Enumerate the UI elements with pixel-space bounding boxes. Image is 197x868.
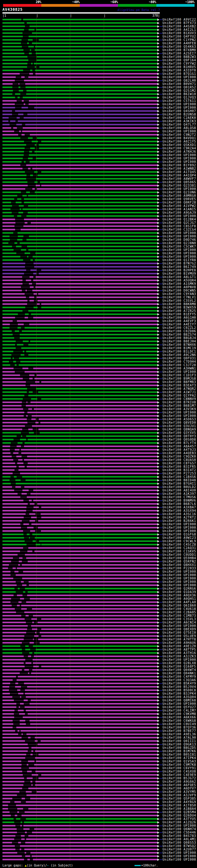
- alignment-row[interactable]: UniRef100_B9NMV6: [0, 499, 197, 502]
- hit-label[interactable]: UniRef100_B7Q1G1: [163, 72, 197, 75]
- alignment-bar-segment[interactable]: [2, 290, 22, 291]
- alignment-bar-segment[interactable]: [2, 300, 27, 302]
- alignment-row[interactable]: UniRef100_Q8NQA9: [0, 428, 197, 431]
- hit-label[interactable]: UniRef100_Q75EI0: [163, 631, 197, 634]
- alignment-row[interactable]: UniRef100_UPI000..: [0, 858, 197, 861]
- alignment-row[interactable]: UniRef100_Q2B5M4: [0, 810, 197, 814]
- hit-label[interactable]: UniRef100_C0ZZL2: [163, 326, 197, 330]
- alignment-bar-segment[interactable]: [30, 703, 157, 705]
- alignment-bar-segment[interactable]: [40, 432, 157, 434]
- alignment-bar-segment[interactable]: [2, 713, 14, 715]
- alignment-bar-segment[interactable]: [27, 215, 157, 217]
- alignment-row[interactable]: UniRef100_B7N7G2: [0, 262, 197, 265]
- alignment-bar-segment[interactable]: [12, 567, 15, 569]
- hit-label[interactable]: UniRef100_A2TRT2: [163, 516, 197, 519]
- alignment-bar-segment[interactable]: [2, 530, 23, 532]
- alignment-bar-segment[interactable]: [2, 655, 24, 657]
- alignment-bar-segment[interactable]: [2, 605, 12, 606]
- alignment-bar-segment[interactable]: [30, 161, 157, 162]
- alignment-bar-segment[interactable]: [2, 642, 22, 644]
- alignment-bar-segment[interactable]: [32, 425, 157, 427]
- alignment-bar-segment[interactable]: [2, 618, 25, 620]
- alignment-bar-segment[interactable]: [2, 527, 21, 528]
- alignment-bar-segment[interactable]: [36, 178, 157, 180]
- alignment-bar-segment[interactable]: [2, 523, 20, 525]
- alignment-row[interactable]: UniRef100_Q5RFN2: [0, 560, 197, 563]
- alignment-bar-segment[interactable]: [2, 740, 25, 742]
- hit-label[interactable]: UniRef100_B1M7K6: [163, 749, 197, 753]
- alignment-bar-segment[interactable]: [24, 848, 157, 850]
- alignment-bar-segment[interactable]: [38, 777, 157, 779]
- alignment-bar-segment[interactable]: [32, 832, 157, 833]
- alignment-bar-segment[interactable]: [2, 293, 25, 295]
- alignment-bar-segment[interactable]: [2, 124, 9, 125]
- alignment-bar-segment[interactable]: [25, 313, 29, 315]
- alignment-bar-segment[interactable]: [27, 114, 157, 115]
- alignment-bar-segment[interactable]: [30, 270, 37, 271]
- alignment-bar-segment[interactable]: [17, 567, 157, 569]
- alignment-bar-segment[interactable]: [26, 818, 157, 820]
- alignment-bar-segment[interactable]: [2, 571, 10, 572]
- alignment-bar-segment[interactable]: [14, 242, 17, 244]
- alignment-bar-segment[interactable]: [29, 513, 35, 515]
- alignment-bar-segment[interactable]: [37, 297, 157, 298]
- alignment-row[interactable]: UniRef100_Q5P385: [0, 797, 197, 800]
- hit-label[interactable]: UniRef100_A8LQS8: [163, 126, 197, 130]
- alignment-bar-segment[interactable]: [2, 818, 13, 820]
- hit-label[interactable]: UniRef100_A4QEB3: [163, 452, 197, 455]
- hit-label[interactable]: UniRef100_B8FMR3: [163, 380, 197, 384]
- alignment-row[interactable]: UniRef100_C4U618: [0, 607, 197, 611]
- hit-label[interactable]: UniRef100_A9MRG0: [163, 194, 197, 197]
- hit-label[interactable]: UniRef100_A0Z1Y5: [163, 140, 197, 143]
- hit-label[interactable]: UniRef100_Q8EXD9: [163, 627, 197, 631]
- alignment-bar-segment[interactable]: [23, 341, 29, 342]
- alignment-bar-segment[interactable]: [27, 734, 157, 735]
- alignment-bar-segment[interactable]: [2, 452, 10, 454]
- alignment-row[interactable]: UniRef100_B4S783: [0, 834, 197, 838]
- hit-label[interactable]: UniRef100_B3JPK4: [163, 692, 197, 695]
- alignment-bar-segment[interactable]: [36, 388, 157, 390]
- alignment-bar-segment[interactable]: [2, 662, 24, 664]
- alignment-row[interactable]: UniRef100_UPI000..: [0, 573, 197, 577]
- hit-label[interactable]: UniRef100_UPI000..: [163, 248, 197, 252]
- alignment-bar-segment[interactable]: [25, 327, 157, 329]
- alignment-bar-segment[interactable]: [18, 459, 23, 461]
- alignment-bar-segment[interactable]: [2, 209, 10, 210]
- hit-label[interactable]: UniRef100_A3JZK3: [163, 655, 197, 658]
- alignment-bar-segment[interactable]: [29, 236, 157, 237]
- alignment-bar-segment[interactable]: [2, 42, 21, 44]
- alignment-row[interactable]: UniRef100_A9GAJ9: [0, 211, 197, 214]
- alignment-bar-segment[interactable]: [2, 273, 24, 274]
- hit-label[interactable]: UniRef100_A3V3K9: [163, 407, 197, 411]
- alignment-bar-segment[interactable]: [18, 442, 23, 444]
- alignment-bar-segment[interactable]: [2, 598, 11, 599]
- alignment-bar-segment[interactable]: [25, 706, 157, 708]
- alignment-bar-segment[interactable]: [38, 175, 157, 176]
- alignment-bar-segment[interactable]: [2, 100, 17, 102]
- alignment-bar-segment[interactable]: [27, 246, 157, 247]
- alignment-bar-segment[interactable]: [2, 601, 10, 603]
- hit-label[interactable]: UniRef100_B9MJG8: [163, 377, 197, 380]
- alignment-bar-segment[interactable]: [39, 540, 157, 542]
- alignment-bar-segment[interactable]: [2, 673, 20, 674]
- alignment-row[interactable]: UniRef100_C4E9E9: [0, 773, 197, 777]
- alignment-bar-segment[interactable]: [35, 757, 157, 759]
- alignment-bar-segment[interactable]: [37, 503, 157, 505]
- alignment-bar-segment[interactable]: [2, 351, 13, 352]
- alignment-bar-segment[interactable]: [22, 134, 25, 135]
- alignment-bar-segment[interactable]: [21, 730, 157, 732]
- hit-label[interactable]: UniRef100_C9QZK0: [163, 455, 197, 458]
- alignment-row[interactable]: UniRef100_C2AEK0: [0, 116, 197, 120]
- alignment-bar-segment[interactable]: [30, 384, 157, 386]
- alignment-bar-segment[interactable]: [2, 679, 12, 681]
- hit-label[interactable]: UniRef100_C1MB73: [163, 614, 197, 617]
- alignment-bar-segment[interactable]: [2, 222, 15, 223]
- alignment-bar-segment[interactable]: [17, 595, 23, 596]
- hit-label[interactable]: UniRef100_A0L4M1: [163, 838, 197, 841]
- hit-label[interactable]: UniRef100_A8WVF7: [163, 177, 197, 180]
- hit-label[interactable]: UniRef100_A7NQR2: [163, 387, 197, 391]
- alignment-bar-segment[interactable]: [40, 422, 157, 423]
- alignment-bar-segment[interactable]: [30, 642, 34, 644]
- hit-label[interactable]: UniRef100_B4S783: [163, 834, 197, 838]
- alignment-bar-segment[interactable]: [2, 761, 21, 762]
